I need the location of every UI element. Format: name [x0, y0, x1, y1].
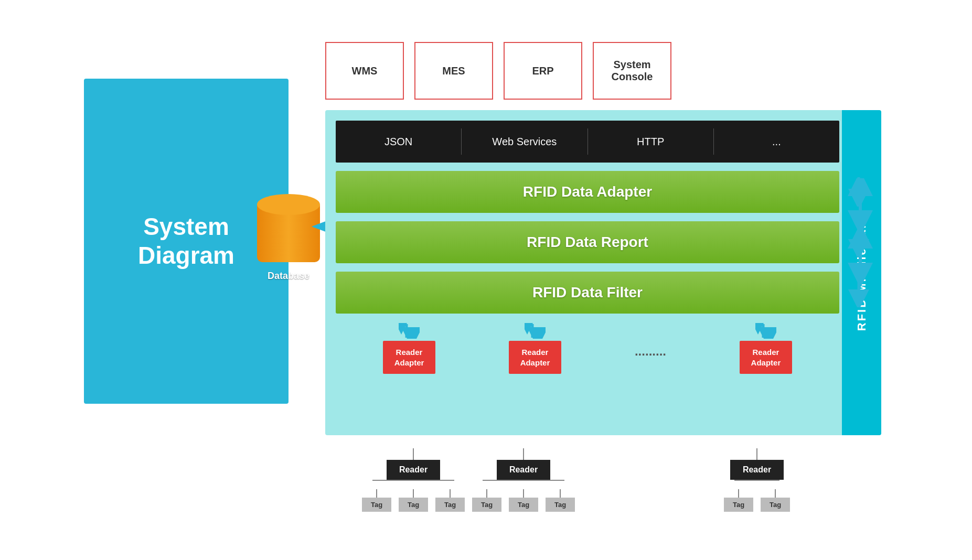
- reader-group-2: Reader Tag Tag Tag: [472, 448, 575, 512]
- database-cylinder: [257, 194, 320, 267]
- database-label: Database: [268, 271, 309, 282]
- protocol-web-services: Web Services: [462, 136, 587, 148]
- reader-group-1: Reader Tag Tag Tag: [362, 448, 465, 512]
- protocol-bar: JSON Web Services HTTP ...: [336, 121, 839, 163]
- rfid-data-report-layer: RFID Data Report: [336, 221, 839, 263]
- top-box-system-console: System Console: [593, 42, 671, 100]
- reader-adapters-row: ReaderAdapter ReaderAdapter: [336, 323, 839, 374]
- protocol-dots: ...: [714, 136, 839, 148]
- reader-adapter-box-2: ReaderAdapter: [509, 341, 561, 374]
- reader3-connector: [756, 448, 757, 460]
- tag-branch-1-1: Tag: [362, 489, 391, 512]
- tag-box-2-2: Tag: [509, 498, 538, 512]
- tag-branch-1-2: Tag: [399, 489, 428, 512]
- tag-branch-3-1: Tag: [724, 489, 753, 512]
- tag-branch-2-2: Tag: [509, 489, 538, 512]
- adapter2-up-arrow: [525, 323, 546, 339]
- db-top: [257, 194, 320, 215]
- top-box-erp: ERP: [504, 42, 582, 100]
- rfid-data-filter-label: RFID Data Filter: [532, 284, 643, 301]
- reader2-connector: [523, 448, 524, 460]
- rfid-data-filter-layer: RFID Data Filter: [336, 272, 839, 314]
- rfid-data-report-label: RFID Data Report: [527, 234, 648, 251]
- reader-adapter-3: ReaderAdapter: [740, 323, 792, 374]
- middleware-container: RFID Middleware JSON Web Services HTTP .…: [325, 110, 881, 435]
- reader1-tags: Tag Tag Tag: [362, 480, 465, 512]
- dots-label: .........: [635, 344, 666, 359]
- database-group: Database: [257, 194, 320, 282]
- reader-adapter-dots: .........: [635, 323, 666, 359]
- tag-box-3-2: Tag: [761, 498, 790, 512]
- rfid-data-adapter-label: RFID Data Adapter: [523, 184, 652, 200]
- tag-box-1-2: Tag: [399, 498, 428, 512]
- reader-box-3: Reader: [730, 460, 784, 480]
- adapter3-up-arrow: [755, 323, 776, 339]
- reader-adapter-box-1: ReaderAdapter: [383, 341, 435, 374]
- tag-box-2-3: Tag: [546, 498, 575, 512]
- right-layer-arrows: [845, 178, 876, 325]
- protocol-http: HTTP: [588, 136, 713, 148]
- adapter1-up-arrow: [399, 323, 420, 339]
- rfid-data-adapter-layer: RFID Data Adapter: [336, 171, 839, 213]
- protocol-json: JSON: [336, 136, 461, 148]
- system-diagram-label: SystemDiagram: [138, 212, 234, 270]
- reader-box-2: Reader: [497, 460, 550, 480]
- tag-box-1-3: Tag: [435, 498, 465, 512]
- reader1-connector: [413, 448, 414, 460]
- top-boxes: WMS MES ERP System Console: [325, 42, 671, 100]
- reader3-tags: Tag Tag: [724, 480, 790, 512]
- reader-box-1: Reader: [387, 460, 440, 480]
- tag-box-1-1: Tag: [362, 498, 391, 512]
- tag-branch-2-3: Tag: [546, 489, 575, 512]
- tag-branch-3-2: Tag: [761, 489, 790, 512]
- tag-branch-1-3: Tag: [435, 489, 465, 512]
- tag-branch-2-1: Tag: [472, 489, 501, 512]
- reader-group-3: Reader Tag Tag: [724, 448, 790, 512]
- tag-box-2-1: Tag: [472, 498, 501, 512]
- reader-adapter-box-3: ReaderAdapter: [740, 341, 792, 374]
- diagram-container: SystemDiagram Database WMS MES: [0, 0, 972, 560]
- top-box-mes: MES: [414, 42, 493, 100]
- reader-adapter-1: ReaderAdapter: [383, 323, 435, 374]
- tag-box-3-1: Tag: [724, 498, 753, 512]
- reader2-tags: Tag Tag Tag: [472, 480, 575, 512]
- top-box-wms: WMS: [325, 42, 404, 100]
- reader-adapter-2: ReaderAdapter: [509, 323, 561, 374]
